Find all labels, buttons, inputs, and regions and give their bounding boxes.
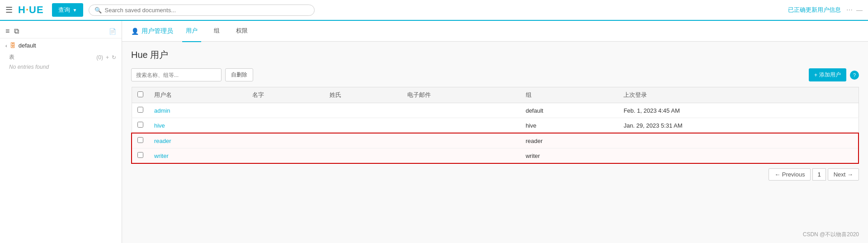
table-count: (0) <box>96 54 103 61</box>
user-link[interactable]: admin <box>154 107 170 114</box>
row-group: writer <box>520 148 618 164</box>
table-row: writer writer <box>132 148 859 164</box>
th-checkbox <box>132 87 149 103</box>
logo: H∙UE <box>18 4 44 16</box>
th-group: 组 <box>520 87 618 103</box>
toolbar-right: + 添加用户 ? <box>809 68 859 81</box>
th-username: 用户名 <box>149 87 247 103</box>
select-all-checkbox[interactable] <box>137 91 143 97</box>
row-email <box>402 118 520 133</box>
row-checkbox-cell <box>132 133 149 148</box>
page-body: Hue 用户 自删除 + 添加用户 ? <box>122 42 868 192</box>
nav-top-icons: ⋯ — <box>846 6 863 14</box>
filter-input[interactable] <box>131 68 222 81</box>
user-admin-icon: 👤 <box>131 28 139 35</box>
row-lastname <box>324 148 402 164</box>
sidebar: ≡ ⧉ 📄 ‹ 🗄 default 表 (0) + ↻ No entries f… <box>0 21 122 243</box>
tab-users[interactable]: 用户 <box>182 21 201 42</box>
search-icon: 🔍 <box>94 7 102 14</box>
users-table: 用户名 名字 姓氏 电子邮件 组 上次登录 admin default <box>131 87 859 164</box>
document-icon[interactable]: 📄 <box>109 28 116 35</box>
row-checkbox[interactable] <box>137 137 143 143</box>
user-link[interactable]: reader <box>154 138 171 144</box>
row-email <box>402 148 520 164</box>
chevron-left-icon: ‹ <box>5 43 7 48</box>
row-lastname <box>324 133 402 148</box>
row-checkbox-cell <box>132 118 149 133</box>
sidebar-toolbar: ≡ ⧉ 📄 <box>0 24 122 38</box>
query-button-label: 查询 <box>58 6 70 14</box>
row-username: reader <box>149 133 247 148</box>
row-username: writer <box>149 148 247 164</box>
user-admin-label: 👤 用户管理员 <box>131 27 173 35</box>
db-name-label: default <box>19 42 36 49</box>
user-link[interactable]: hive <box>154 122 165 129</box>
sidebar-db-item[interactable]: ‹ 🗄 default <box>0 38 122 52</box>
copy-icon[interactable]: ⧉ <box>14 27 19 35</box>
table-toolbar: 自删除 + 添加用户 ? <box>131 68 859 81</box>
row-username: admin <box>149 103 247 118</box>
database-icon: 🗄 <box>10 42 16 49</box>
minimize-icon[interactable]: — <box>856 6 863 14</box>
row-firstname <box>247 148 325 164</box>
refresh-icon[interactable]: ↻ <box>112 54 116 61</box>
user-admin-title: 用户管理员 <box>142 27 173 35</box>
layout: ≡ ⧉ 📄 ‹ 🗄 default 表 (0) + ↻ No entries f… <box>0 21 868 243</box>
nav-status-text: 已正确更新用户信息 <box>788 6 841 14</box>
th-last-login: 上次登录 <box>618 87 859 103</box>
menu-icon[interactable]: ☰ <box>5 5 13 15</box>
help-icon[interactable]: ? <box>850 71 859 80</box>
page-title: Hue 用户 <box>131 49 859 61</box>
row-email <box>402 103 520 118</box>
row-firstname <box>247 133 325 148</box>
table-row: reader reader <box>132 133 859 148</box>
row-checkbox[interactable] <box>137 107 143 113</box>
row-last-login <box>618 148 859 164</box>
row-checkbox-cell <box>132 103 149 118</box>
row-firstname <box>247 103 325 118</box>
toolbar-left: 自删除 <box>131 68 253 81</box>
page-number: 1 <box>812 168 826 181</box>
row-username: hive <box>149 118 247 133</box>
next-button[interactable]: Next → <box>828 168 859 181</box>
add-table-icon[interactable]: + <box>106 54 109 61</box>
row-firstname <box>247 118 325 133</box>
settings-icon[interactable]: ⋯ <box>846 6 853 14</box>
sidebar-toolbar-icons: ≡ ⧉ <box>5 27 19 35</box>
sidebar-table-actions: (0) + ↻ <box>96 54 116 61</box>
th-email: 电子邮件 <box>402 87 520 103</box>
query-button[interactable]: 查询 ▼ <box>52 3 84 17</box>
tab-groups[interactable]: 组 <box>210 21 223 42</box>
previous-button[interactable]: ← Previous <box>769 168 811 181</box>
th-firstname: 名字 <box>247 87 325 103</box>
row-last-login: Jan. 29, 2023 5:31 AM <box>618 118 859 133</box>
tab-permissions[interactable]: 权限 <box>232 21 251 42</box>
row-lastname <box>324 103 402 118</box>
row-checkbox[interactable] <box>137 152 143 158</box>
th-lastname: 姓氏 <box>324 87 402 103</box>
row-last-login <box>618 133 859 148</box>
sidebar-table-section: 表 (0) + ↻ <box>0 52 122 62</box>
main-content: 👤 用户管理员 用户 组 权限 Hue 用户 自删除 + 添加用户 <box>122 21 868 243</box>
watermark: CSDN @不以物喜2020 <box>803 231 859 238</box>
row-checkbox[interactable] <box>137 122 143 128</box>
row-email <box>402 133 520 148</box>
add-user-icon: + <box>814 72 817 78</box>
sidebar-empty-text: No entries found <box>0 62 122 72</box>
search-input[interactable] <box>104 7 309 14</box>
table-header-row: 用户名 名字 姓氏 电子邮件 组 上次登录 <box>132 87 859 103</box>
add-user-label: 添加用户 <box>819 71 841 79</box>
navbar: ☰ H∙UE 查询 ▼ 🔍 已正确更新用户信息 ⋯ — <box>0 0 868 21</box>
row-group: reader <box>520 133 618 148</box>
table-section-label: 表 <box>9 53 14 61</box>
query-dropdown-arrow: ▼ <box>73 8 77 13</box>
layers-icon[interactable]: ≡ <box>5 27 9 35</box>
add-user-button[interactable]: + 添加用户 <box>809 68 846 81</box>
row-last-login: Feb. 1, 2023 4:45 AM <box>618 103 859 118</box>
row-group: default <box>520 103 618 118</box>
user-link[interactable]: writer <box>154 152 169 159</box>
row-lastname <box>324 118 402 133</box>
delete-button[interactable]: 自删除 <box>225 68 253 81</box>
user-admin-bar: 👤 用户管理员 用户 组 权限 <box>122 21 868 42</box>
table-row: hive hive Jan. 29, 2023 5:31 AM <box>132 118 859 133</box>
